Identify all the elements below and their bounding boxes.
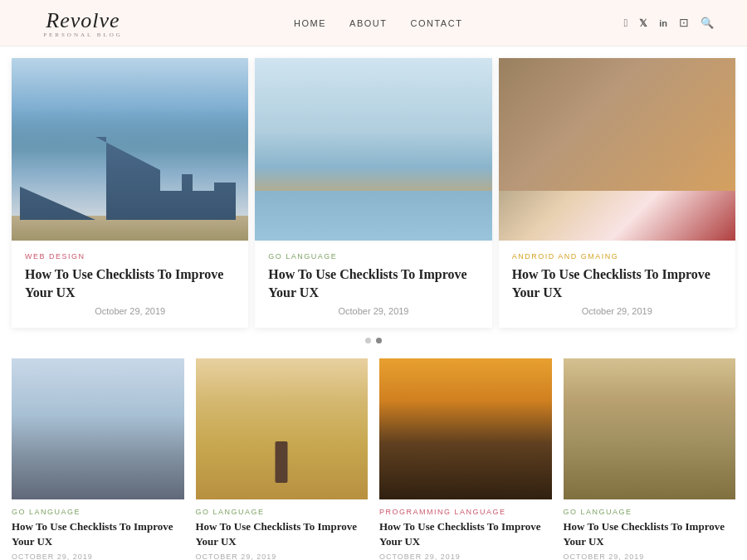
carousel-card-3[interactable]: ANDROID AND GMAING How To Use Checklists… — [499, 58, 735, 328]
article-category-4: GO LANGUAGE — [564, 508, 736, 516]
article-title-1: How To Use Checklists To Improve Your UX — [12, 519, 184, 548]
article-date-4: OCTOBER 29, 2019 — [564, 553, 736, 560]
logo: Revolve PERSONAL BLOG — [33, 8, 133, 38]
facebook-icon[interactable]:  — [623, 17, 627, 30]
article-date-1: OCTOBER 29, 2019 — [12, 553, 184, 560]
article-title-2: How To Use Checklists To Improve Your UX — [196, 519, 369, 548]
article-title-3: How To Use Checklists To Improve Your UX — [379, 519, 552, 548]
card-date-2: October 29, 2019 — [268, 306, 478, 316]
twitter-icon[interactable]: 𝕏 — [639, 17, 647, 29]
article-card-4[interactable]: GO LANGUAGE How To Use Checklists To Imp… — [564, 358, 736, 560]
carousel-card-2[interactable]: GO LANGUAGE How To Use Checklists To Imp… — [255, 58, 491, 328]
carousel-card-content-2: GO LANGUAGE How To Use Checklists To Imp… — [255, 241, 491, 328]
carousel-image-1 — [12, 58, 248, 241]
nav-about[interactable]: ABOUT — [349, 18, 387, 28]
social-icons:  𝕏 in ⊡ 🔍 — [623, 16, 714, 30]
carousel-section: WEB DESIGN How To Use Checklists To Impr… — [0, 46, 747, 350]
article-image-1 — [12, 358, 184, 499]
instagram-icon[interactable]: ⊡ — [679, 16, 689, 30]
card-title-3: How To Use Checklists To Improve Your UX — [512, 265, 722, 301]
article-card-1[interactable]: GO LANGUAGE How To Use Checklists To Imp… — [12, 358, 184, 560]
linkedin-icon[interactable]: in — [659, 18, 667, 28]
card-title-1: How To Use Checklists To Improve Your UX — [25, 265, 235, 301]
article-category-3: PROGRAMMING LANGUAGE — [379, 508, 552, 516]
article-date-3: OCTOBER 29, 2019 — [379, 553, 552, 560]
card-date-3: October 29, 2019 — [512, 306, 722, 316]
carousel-dots — [12, 328, 735, 350]
article-image-2 — [196, 358, 369, 499]
card-category-1: WEB DESIGN — [25, 252, 235, 261]
carousel-card-content-1: WEB DESIGN How To Use Checklists To Impr… — [12, 241, 248, 328]
card-title-2: How To Use Checklists To Improve Your UX — [268, 265, 478, 301]
carousel-image-2 — [255, 58, 491, 241]
search-icon[interactable]: 🔍 — [701, 17, 714, 30]
site-header: Revolve PERSONAL BLOG HOME ABOUT CONTACT… — [0, 0, 747, 46]
main-nav: HOME ABOUT CONTACT — [294, 18, 462, 28]
article-title-4: How To Use Checklists To Improve Your UX — [564, 519, 736, 548]
logo-title: Revolve — [46, 8, 120, 33]
article-date-2: OCTOBER 29, 2019 — [196, 553, 369, 560]
card-category-3: ANDROID AND GMAING — [512, 252, 722, 261]
article-grid-section: GO LANGUAGE How To Use Checklists To Imp… — [0, 350, 747, 560]
article-card-3[interactable]: PROGRAMMING LANGUAGE How To Use Checklis… — [379, 358, 552, 560]
article-category-2: GO LANGUAGE — [196, 508, 369, 516]
card-category-2: GO LANGUAGE — [268, 252, 478, 261]
dot-2[interactable] — [376, 338, 382, 343]
carousel-track: WEB DESIGN How To Use Checklists To Impr… — [12, 58, 735, 328]
article-image-3 — [379, 358, 552, 499]
card-date-1: October 29, 2019 — [25, 306, 235, 316]
carousel-card-1[interactable]: WEB DESIGN How To Use Checklists To Impr… — [12, 58, 248, 328]
article-image-4 — [564, 358, 736, 499]
nav-home[interactable]: HOME — [294, 18, 326, 28]
article-card-2[interactable]: GO LANGUAGE How To Use Checklists To Imp… — [196, 358, 369, 560]
nav-contact[interactable]: CONTACT — [411, 18, 463, 28]
carousel-image-3 — [499, 58, 735, 241]
logo-subtitle: PERSONAL BLOG — [43, 32, 123, 38]
article-grid: GO LANGUAGE How To Use Checklists To Imp… — [12, 358, 735, 560]
dot-1[interactable] — [365, 338, 371, 343]
article-category-1: GO LANGUAGE — [12, 508, 184, 516]
carousel-card-content-3: ANDROID AND GMAING How To Use Checklists… — [499, 241, 735, 328]
